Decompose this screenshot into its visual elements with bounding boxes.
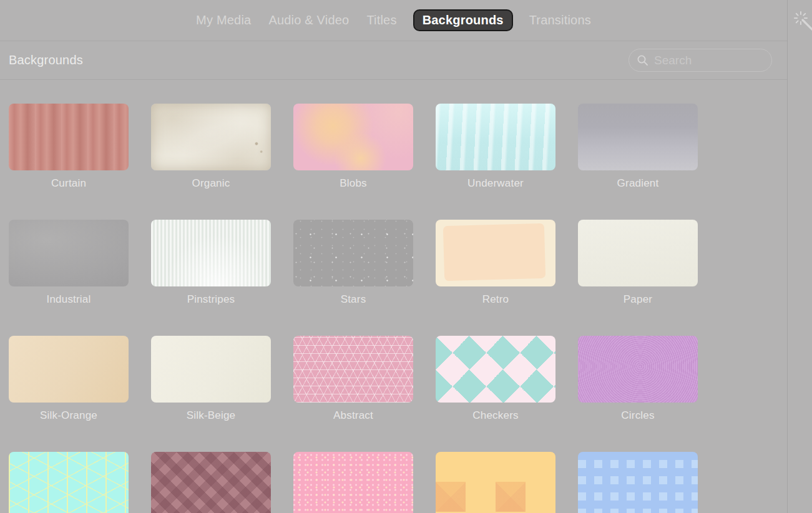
background-tile-dots-pink[interactable] [293,452,413,513]
background-tile-triangles-yellow[interactable] [436,452,555,513]
background-label: Gradient [578,177,698,190]
background-cell [9,452,129,513]
background-label: Circles [578,409,698,422]
background-cell [578,452,698,513]
background-tile-retro[interactable] [436,220,555,286]
background-cell: Checkers [436,336,555,452]
magic-wand-icon[interactable] [788,4,812,44]
background-tile-cubes-cyan[interactable] [9,452,129,513]
backgrounds-grid: CurtainOrganicBlobsUnderwaterGradientInd… [9,104,698,513]
background-label: Pinstripes [151,293,271,306]
background-cell: Retro [436,220,555,336]
tab-audio-video[interactable]: Audio & Video [267,10,350,31]
tab-bar: My MediaAudio & VideoTitlesBackgroundsTr… [0,0,787,41]
background-tile-pinstripes[interactable] [151,220,271,286]
background-tile-triangles-blue[interactable] [578,452,698,513]
background-label: Abstract [293,409,413,422]
background-label: Silk-Beige [151,409,271,422]
background-tile-chevrons-red[interactable] [151,452,271,513]
background-cell: Silk-Beige [151,336,271,452]
background-label: Curtain [9,177,129,190]
tab-backgrounds[interactable]: Backgrounds [413,9,513,31]
background-tile-circles[interactable] [578,336,698,403]
background-tile-silk-orange[interactable] [9,336,129,403]
page-title: Backgrounds [9,53,83,67]
background-label: Underwater [436,177,555,190]
tab-my-media[interactable]: My Media [195,10,252,31]
background-tile-industrial[interactable] [9,220,129,286]
search-field[interactable] [629,49,772,72]
background-tile-blobs[interactable] [293,104,413,170]
background-tile-checkers[interactable] [436,336,555,403]
background-cell: Industrial [9,220,129,336]
background-cell: Paper [578,220,698,336]
background-label: Retro [436,293,555,306]
background-cell: Abstract [293,336,413,452]
search-input[interactable] [654,54,764,67]
background-tile-paper[interactable] [578,220,698,286]
background-cell: Circles [578,336,698,452]
background-cell: Gradient [578,104,698,220]
background-label: Stars [293,293,413,306]
header-bar: Backgrounds [0,41,787,80]
background-cell [436,452,555,513]
background-tile-abstract[interactable] [293,336,413,403]
background-label: Paper [578,293,698,306]
background-cell: Silk-Orange [9,336,129,452]
background-cell: Curtain [9,104,129,220]
background-label: Silk-Orange [9,409,129,422]
background-label: Blobs [293,177,413,190]
background-tile-silk-beige[interactable] [151,336,271,403]
right-rail [788,0,812,513]
tab-titles[interactable]: Titles [365,10,398,31]
background-cell [293,452,413,513]
background-cell [151,452,271,513]
background-tile-gradient[interactable] [578,104,698,170]
background-cell: Blobs [293,104,413,220]
tab-transitions[interactable]: Transitions [528,10,592,31]
background-label: Organic [151,177,271,190]
background-tile-organic[interactable] [151,104,271,170]
background-tile-stars[interactable] [293,220,413,286]
background-label: Industrial [9,293,129,306]
media-browser-panel: My MediaAudio & VideoTitlesBackgroundsTr… [0,0,788,513]
background-cell: Stars [293,220,413,336]
background-tile-underwater[interactable] [436,104,555,170]
magnifier-icon [637,54,648,66]
background-cell: Underwater [436,104,555,220]
background-cell: Organic [151,104,271,220]
background-cell: Pinstripes [151,220,271,336]
background-tile-curtain[interactable] [9,104,129,170]
background-label: Checkers [436,409,555,422]
